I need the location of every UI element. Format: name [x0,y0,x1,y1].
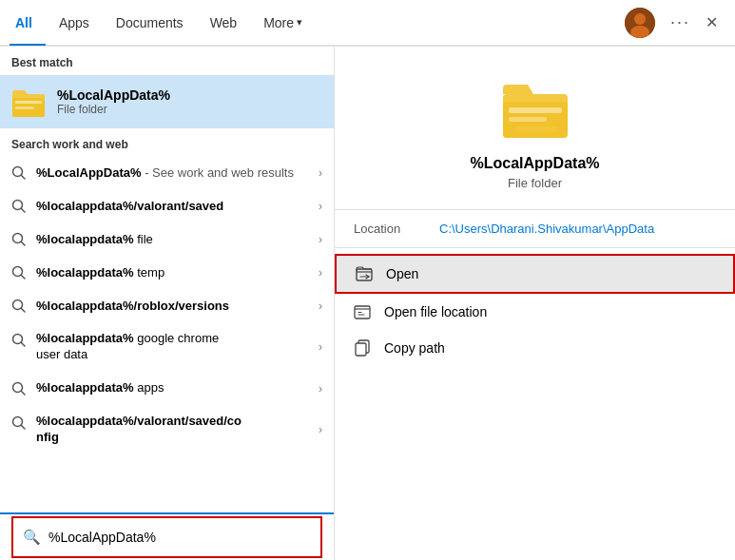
svg-line-8 [22,176,26,180]
search-icon [11,299,27,314]
best-match-label: Best match [0,47,334,75]
list-item[interactable]: %localappdata%/valorant/saved/config › [0,405,334,454]
tab-web[interactable]: Web [197,0,251,46]
left-panel: Best match %LocalAppData% File folder Se… [0,47,335,560]
chevron-right-icon: › [319,423,322,436]
search-icon [11,232,27,247]
location-label: Location [354,222,420,236]
copy-path-action[interactable]: Copy path [335,330,735,366]
svg-rect-6 [15,106,34,109]
detail-actions: Open Open file location [335,248,735,372]
list-item[interactable]: %localappdata% google chromeuser data › [0,322,334,372]
open-file-location-label: Open file location [384,304,487,319]
chevron-right-icon: › [319,340,322,354]
tab-documents[interactable]: Documents [103,0,197,46]
list-item[interactable]: %localappdata% temp › [0,257,334,290]
search-icon [11,265,27,280]
tab-all[interactable]: All [10,0,46,46]
svg-line-20 [22,391,26,395]
search-icon [11,415,27,431]
chevron-right-icon: › [319,166,322,180]
search-icon [11,165,27,181]
copy-icon [354,339,371,357]
best-match-item[interactable]: %LocalAppData% File folder [0,75,334,128]
right-panel: %LocalAppData% File folder Location C:\U… [335,47,735,560]
top-nav: All Apps Documents Web More ▾ ··· ✕ [0,0,735,47]
list-item[interactable]: %localappdata% apps › [0,372,334,405]
folder-icon [11,85,46,119]
search-input-value[interactable]: %LocalAppData% [48,530,156,545]
search-result-text: %localappdata% google chromeuser data [36,331,322,363]
chevron-right-icon: › [319,299,322,313]
detail-subtitle: File folder [508,176,562,190]
search-result-text: %localappdata%/valorant/saved [36,199,322,215]
search-result-text: %localappdata% temp [36,265,322,281]
svg-line-22 [22,426,26,430]
search-web-label: Search work and web [0,128,334,157]
open-folder-icon [356,265,373,282]
detail-header: %LocalAppData% File folder [335,47,735,210]
search-result-text: %localappdata% apps [36,380,322,396]
best-match-subtitle: File folder [57,103,170,116]
search-result-text: %localappdata%/valorant/saved/config [36,414,322,446]
open-action[interactable]: Open [335,254,735,294]
chevron-right-icon: › [319,382,322,396]
open-file-location-action[interactable]: Open file location [335,294,735,330]
copy-path-label: Copy path [384,340,445,356]
best-match-text: %LocalAppData% File folder [57,87,170,116]
main-content: Best match %LocalAppData% File folder Se… [0,47,735,560]
svg-point-1 [634,13,646,25]
chevron-right-icon: › [319,233,322,246]
best-match-title: %LocalAppData% [57,87,170,103]
more-options-button[interactable]: ··· [663,12,698,32]
search-result-text: %localappdata%/roblox/versions [36,299,322,315]
search-result-text: %localappdata% file [36,232,322,248]
search-icon [11,333,27,348]
detail-title: %LocalAppData% [470,155,599,172]
location-icon [354,303,371,320]
open-label: Open [386,266,418,281]
svg-line-10 [22,209,26,213]
search-result-text: %LocalAppData% - See work and web result… [36,165,322,182]
detail-location: Location C:\Users\Dharani.Shivakumar\App… [335,210,735,248]
search-icon: 🔍 [23,529,41,546]
svg-rect-5 [15,101,42,104]
search-icon [11,199,27,214]
list-item[interactable]: %localappdata%/roblox/versions › [0,290,334,323]
svg-rect-28 [357,269,372,280]
list-item[interactable]: %localappdata% file › [0,223,334,257]
tab-apps[interactable]: Apps [46,0,103,46]
svg-line-16 [22,309,26,313]
bottom-search-bar: 🔍 %LocalAppData% [0,512,334,560]
svg-line-14 [22,276,26,280]
search-box[interactable]: 🔍 %LocalAppData% [11,516,322,558]
list-item[interactable]: %localappdata%/valorant/saved › [0,190,334,223]
detail-folder-icon [501,75,570,144]
svg-rect-32 [356,343,366,356]
svg-line-12 [22,242,26,246]
avatar[interactable] [625,8,655,38]
svg-rect-27 [514,126,556,132]
tab-more[interactable]: More ▾ [250,0,316,46]
svg-rect-25 [509,107,562,113]
svg-rect-30 [355,306,370,319]
svg-line-18 [22,343,26,347]
close-button[interactable]: ✕ [698,13,725,31]
svg-rect-26 [509,117,547,122]
chevron-right-icon: › [319,200,322,213]
list-item[interactable]: %LocalAppData% - See work and web result… [0,157,334,190]
search-icon [11,381,27,396]
chevron-right-icon: › [319,266,322,280]
location-path-link[interactable]: C:\Users\Dharani.Shivakumar\AppData [439,222,654,236]
